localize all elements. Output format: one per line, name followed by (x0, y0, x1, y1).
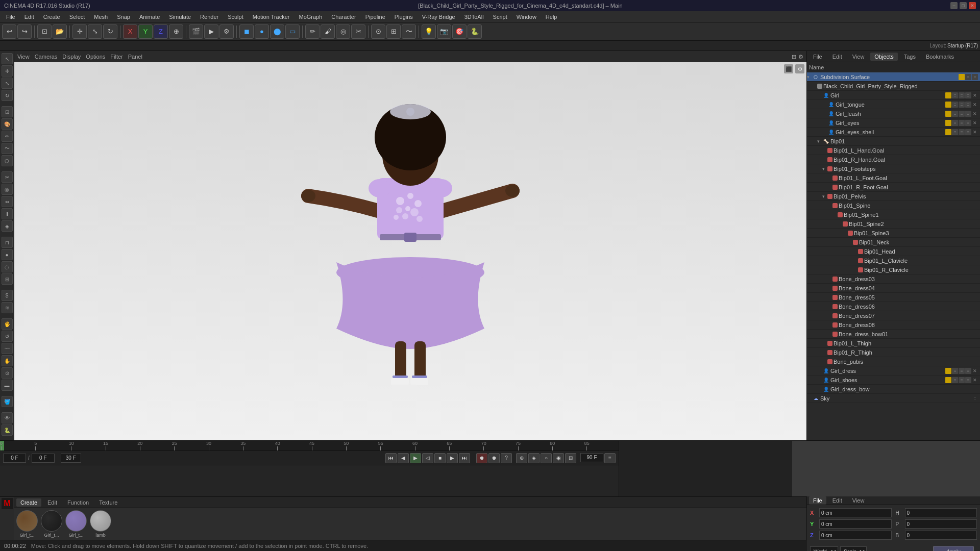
minimize-button[interactable]: – (950, 2, 958, 9)
x-axis[interactable]: X (123, 24, 137, 39)
pointer-tool[interactable]: ↖ (2, 53, 13, 64)
vp-view-menu[interactable]: View (17, 54, 30, 60)
extrude-l[interactable]: ⬆ (2, 208, 13, 219)
vp-cameras-menu[interactable]: Cameras (35, 54, 58, 60)
collapse-arrow[interactable]: ▾ (807, 74, 812, 80)
menu-edit[interactable]: Edit (20, 13, 38, 21)
bridge-l[interactable]: ⊓ (2, 237, 13, 248)
light-tool[interactable]: 💡 (422, 24, 436, 39)
menu-sculpt[interactable]: Sculpt (224, 13, 248, 21)
sculpt-l[interactable]: 🖐 (2, 318, 13, 330)
python-tool[interactable]: 🐍 (468, 24, 482, 39)
magnet-tool[interactable]: ◎ (336, 24, 350, 39)
python-l[interactable]: 🐍 (2, 424, 13, 436)
material-ball-3[interactable] (90, 510, 111, 532)
camera-tool[interactable]: 📷 (437, 24, 451, 39)
scale-tool[interactable]: ⤡ (88, 24, 102, 39)
om-row-girl_eyes_shell[interactable]: 👤Girl_eyes_shell::::::✕ (807, 128, 980, 137)
om-row-bip01_rthigh[interactable]: Bip01_R_Thigh (807, 348, 980, 357)
function-tab[interactable]: Function (63, 498, 93, 507)
knife-l[interactable]: ✂ (2, 171, 13, 183)
weld-l[interactable]: ● (2, 249, 13, 260)
maximize-button[interactable]: □ (960, 2, 967, 9)
wave-l[interactable]: 〰 (2, 343, 13, 354)
plane-primitive[interactable]: ▭ (285, 24, 300, 39)
help-btn[interactable]: ? (501, 453, 512, 463)
rotate-tool-l[interactable]: ↻ (2, 90, 13, 101)
world-axis[interactable]: ⊕ (169, 24, 183, 39)
key-motion-btn[interactable]: ◉ (553, 453, 564, 463)
x-pos-input[interactable] (819, 508, 892, 517)
props-view-tab[interactable]: View (848, 496, 869, 505)
om-row-bip01_neck[interactable]: Bip01_Neck (807, 238, 980, 247)
magnet-l[interactable]: ◎ (2, 184, 13, 195)
om-row-bip01_head[interactable]: Bip01_Head (807, 247, 980, 256)
menu-3dtoall[interactable]: 3DToAll (460, 13, 488, 21)
render-to-picture[interactable]: 🎬 (189, 24, 203, 39)
menu-select[interactable]: Select (65, 13, 89, 21)
om-row-bip01_rfoot[interactable]: Bip01_R_Foot.Goal (807, 183, 980, 192)
render-settings[interactable]: ⚙ (219, 24, 234, 39)
current-frame-input[interactable] (32, 454, 55, 463)
z-pos-input[interactable] (819, 531, 892, 540)
key-all-btn[interactable]: ⊕ (516, 453, 527, 463)
prev-frame-btn[interactable]: ◀ (398, 453, 409, 463)
collapse-arrow[interactable]: ▾ (817, 139, 822, 144)
om-row-sky[interactable]: ☁Sky:: (807, 394, 980, 403)
om-row-bone_dress04[interactable]: Bone_dress04 (807, 284, 980, 293)
om-row-bone_dress03[interactable]: Bone_dress03 (807, 274, 980, 284)
om-row-girl_dress_bow[interactable]: 👤Girl_dress_bow (807, 385, 980, 394)
om-row-girl[interactable]: 👤Girl::::::✕ (807, 91, 980, 100)
twist-l[interactable]: ↺ (2, 331, 13, 342)
menu-motion-tracker[interactable]: Motion Tracker (249, 13, 294, 21)
om-row-girl_dress[interactable]: 👤Girl_dress::::::✕ (807, 366, 980, 375)
terrain-l[interactable]: ≋ (2, 302, 13, 313)
auto-key-btn[interactable]: ⏺ (488, 453, 500, 463)
om-row-black_child[interactable]: Black_Child_Girl_Party_Style_Rigged (807, 82, 980, 91)
om-row-subdivision[interactable]: ▾⬡Subdivision Surface:::: (807, 72, 980, 82)
paint-tool[interactable]: 🎨 (2, 118, 13, 130)
move-tool[interactable]: ✛ (72, 24, 87, 39)
offset-l[interactable]: $ (2, 290, 13, 301)
menu-mesh[interactable]: Mesh (90, 13, 112, 21)
vp-filter-menu[interactable]: Filter (110, 54, 122, 60)
pen-tool[interactable]: ✏ (305, 24, 320, 39)
om-row-bip01_rclavicle[interactable]: Bip01_R_Clavicle (807, 265, 980, 274)
node-edit[interactable]: ⊡ (2, 106, 13, 117)
om-row-bip01_lhand[interactable]: Bip01_L_Hand.Goal (807, 146, 980, 155)
key-sel-btn[interactable]: ◈ (528, 453, 540, 463)
om-row-bone_dress06[interactable]: Bone_dress06 (807, 302, 980, 311)
goto-start-btn[interactable]: ⏮ (385, 453, 397, 463)
om-row-bip01_pelvis[interactable]: ▾Bip01_Pelvis (807, 192, 980, 201)
vp-config-icon[interactable]: ⚙ (795, 64, 804, 73)
om-row-bone_dress08[interactable]: Bone_dress08 (807, 320, 980, 330)
om-row-bip01_lfoot[interactable]: Bip01_L_Foot.Goal (807, 173, 980, 183)
sphere-primitive[interactable]: ● (255, 24, 269, 39)
start-frame-input[interactable] (3, 454, 26, 463)
vp-panel-menu[interactable]: Panel (128, 54, 142, 60)
key-obj-btn[interactable]: ○ (541, 453, 552, 463)
menu-help[interactable]: Help (542, 13, 561, 21)
om-row-bone_dress_bow01[interactable]: Bone_dress_bow01 (807, 330, 980, 339)
om-row-girl_tongue[interactable]: 👤Girl_tongue::::::✕ (807, 100, 980, 109)
vp-display-menu[interactable]: Display (62, 54, 81, 60)
key-snap-btn[interactable]: ⊟ (565, 453, 576, 463)
z-axis[interactable]: Z (154, 24, 168, 39)
material-item-1[interactable]: Girl_t... (41, 510, 62, 538)
om-row-bip01_rhand[interactable]: Bip01_R_Hand.Goal (807, 155, 980, 164)
smooth-l[interactable]: ⊙ (2, 367, 13, 379)
dissolve-l[interactable]: ◌ (2, 261, 13, 272)
material-item-3[interactable]: lamb (90, 510, 111, 538)
om-row-bone_dress07[interactable]: Bone_dress07 (807, 311, 980, 320)
boole-tool[interactable]: ⊙ (371, 24, 385, 39)
move-tool-l[interactable]: ✛ (2, 65, 13, 77)
knife-tool[interactable]: ✂ (351, 24, 365, 39)
om-row-bip01_lthigh[interactable]: Bip01_L_Thigh (807, 339, 980, 348)
target-tool[interactable]: 🎯 (452, 24, 467, 39)
menu-simulate[interactable]: Simulate (165, 13, 195, 21)
om-objects-tab[interactable]: Objects (870, 53, 897, 61)
menu-create[interactable]: Create (39, 13, 64, 21)
coord-system-select[interactable]: World Object (810, 546, 838, 551)
close-button[interactable]: ✕ (969, 2, 976, 9)
cube-primitive[interactable]: ◼ (239, 24, 254, 39)
